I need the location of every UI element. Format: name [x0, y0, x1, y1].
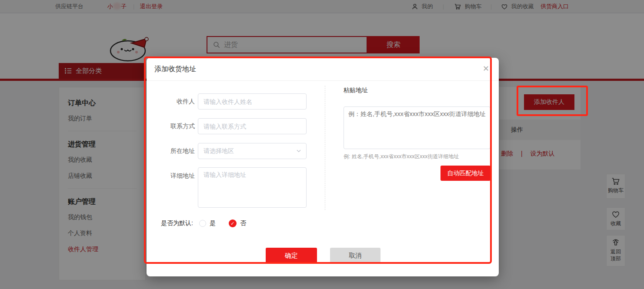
auto-match-button[interactable]: 自动匹配地址: [440, 166, 491, 181]
paste-address-label: 粘贴地址: [344, 86, 368, 94]
modal-column-divider: [325, 86, 325, 210]
recipient-field-label: 收件人: [151, 93, 195, 110]
radio-no-checked[interactable]: ✓: [229, 219, 237, 227]
radio-yes[interactable]: [199, 220, 206, 227]
radio-yes-label: 是: [210, 219, 216, 227]
region-field-label: 所在地址: [151, 143, 195, 159]
cancel-button[interactable]: 取消: [330, 248, 380, 263]
page: 供应链平台 小子 | 退出登录 我的 | 购物车 | 我的收藏 供货商入口: [0, 0, 644, 289]
paste-address-textarea[interactable]: [344, 106, 491, 149]
contact-field-label: 联系方式: [151, 118, 195, 134]
check-icon: ✓: [230, 221, 234, 226]
detail-address-textarea[interactable]: [198, 167, 307, 208]
default-label: 是否为默认:: [161, 219, 193, 227]
chevron-down-icon: [296, 148, 302, 154]
add-address-modal: 添加收货地址 ✕ 收件人 联系方式 所在地址 请选择地区 详细地址 粘贴地址 例…: [147, 58, 499, 276]
paste-address-helper: 例: 姓名,手机号,xxx省xxx市xxx区xxx街道详细地址: [344, 153, 459, 160]
default-radio-row: 是否为默认: 是 ✓ 否: [161, 219, 246, 227]
radio-no-label: 否: [240, 219, 246, 227]
contact-input[interactable]: [198, 118, 307, 134]
close-icon[interactable]: ✕: [483, 64, 489, 73]
detail-address-label: 详细地址: [151, 167, 195, 180]
modal-title: 添加收货地址: [154, 65, 196, 74]
modal-header-divider: [147, 80, 499, 81]
confirm-button[interactable]: 确定: [266, 248, 317, 263]
region-select[interactable]: 请选择地区: [198, 143, 307, 159]
recipient-name-input[interactable]: [198, 93, 307, 110]
